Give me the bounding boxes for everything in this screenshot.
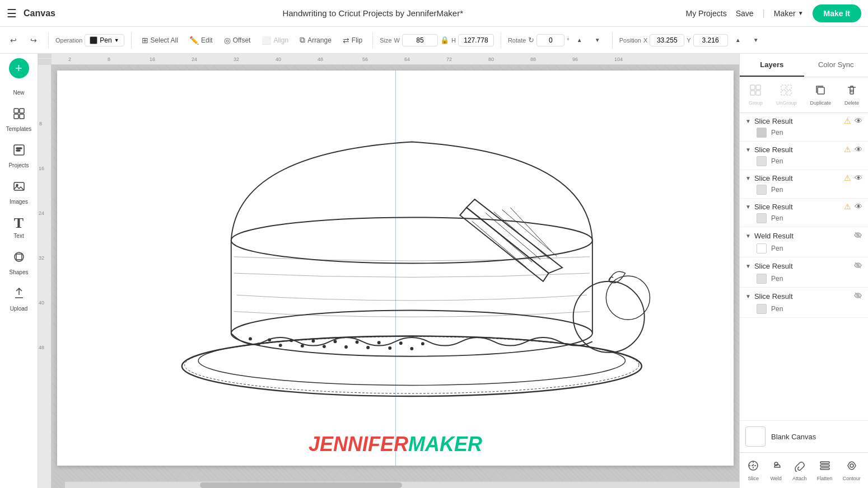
layer-chevron[interactable]: ▼	[745, 147, 751, 153]
tab-color-sync[interactable]: Color Sync	[804, 54, 869, 77]
separator	[48, 32, 49, 48]
layer-item: ▼ Slice Result ⚠ 👁 Pen	[740, 199, 868, 227]
new-label: New	[13, 90, 24, 96]
ungroup-icon	[780, 84, 792, 99]
svg-rect-6	[16, 150, 20, 151]
hamburger-icon[interactable]: ☰	[7, 7, 17, 20]
group-button[interactable]: Group	[745, 82, 766, 108]
operation-label: Operation	[55, 37, 82, 44]
svg-point-27	[344, 345, 348, 349]
width-input[interactable]	[402, 34, 438, 46]
layer-color[interactable]	[757, 156, 767, 166]
layer-chevron[interactable]: ▼	[745, 118, 751, 124]
my-projects-button[interactable]: My Projects	[686, 9, 727, 18]
layer-chevron[interactable]: ▼	[745, 175, 751, 181]
layer-chevron[interactable]: ▼	[745, 293, 751, 299]
height-input[interactable]	[458, 34, 494, 46]
rotate-up-button[interactable]: ▲	[572, 32, 587, 48]
shapes-icon	[12, 250, 26, 267]
weld-button[interactable]: Weld	[767, 457, 786, 484]
make-it-button[interactable]: Make It	[813, 4, 861, 22]
svg-point-23	[301, 344, 304, 348]
main-layout: + New Templates	[0, 54, 868, 488]
eye-icon[interactable]: 👁	[855, 173, 862, 182]
divider: |	[763, 8, 765, 18]
eye-icon[interactable]: 👁	[855, 116, 862, 125]
layer-color[interactable]	[757, 304, 767, 314]
layer-header: ▼ Slice Result ⚠ 👁	[745, 173, 862, 182]
delete-button[interactable]: Delete	[841, 82, 862, 108]
layer-type: Pen	[771, 245, 783, 252]
layer-color[interactable]	[757, 185, 767, 195]
sidebar-item-new[interactable]: New	[2, 85, 36, 100]
lock-icon[interactable]: 🔒	[440, 36, 449, 44]
select-all-button[interactable]: ⊞ Select All	[138, 34, 181, 47]
eye-hidden-icon[interactable]	[853, 291, 862, 302]
sidebar-item-shapes[interactable]: Shapes	[2, 246, 36, 280]
canvas-area[interactable]: 2 8 16 24 32 40 48 56 64 72 80 88 96 104…	[38, 54, 739, 488]
position-label: Position	[619, 37, 641, 44]
new-button[interactable]: +	[9, 58, 29, 78]
layer-item: ▼ Slice Result ⚠ 👁 Pen	[740, 142, 868, 170]
layer-type: Pen	[771, 275, 783, 283]
rotate-down-button[interactable]: ▼	[590, 32, 605, 48]
y-up-button[interactable]: ▲	[730, 32, 746, 48]
sidebar-item-images[interactable]: Images	[2, 175, 36, 209]
duplicate-icon	[814, 84, 827, 99]
sidebar-item-upload[interactable]: Upload	[2, 282, 36, 316]
warning-icon: ⚠	[844, 173, 851, 182]
eye-hidden-icon[interactable]	[853, 261, 862, 271]
y-input[interactable]	[693, 34, 728, 46]
layer-sub: Pen	[745, 243, 862, 254]
flatten-button[interactable]: Flatten	[814, 457, 836, 484]
sidebar-item-templates[interactable]: Templates	[2, 102, 36, 137]
right-tabs: Layers Color Sync	[740, 54, 868, 77]
layer-color[interactable]	[757, 274, 767, 284]
arrange-button[interactable]: ⧉ Arrange	[296, 33, 335, 47]
edit-button[interactable]: ✏️ Edit	[186, 34, 216, 47]
canvas-scrollbar[interactable]	[65, 481, 739, 488]
templates-icon	[12, 107, 26, 124]
contour-label: Contour	[843, 476, 861, 481]
operation-dropdown[interactable]: Pen ▼	[85, 34, 124, 46]
contour-button[interactable]: Contour	[839, 457, 864, 484]
layer-chevron[interactable]: ▼	[745, 233, 751, 239]
maker-selector[interactable]: Maker ▼	[774, 9, 804, 18]
layer-color[interactable]	[757, 213, 767, 223]
offset-button[interactable]: ◎ Offset	[221, 34, 254, 47]
rotate-input[interactable]	[536, 34, 564, 46]
sidebar-item-projects[interactable]: Projects	[2, 139, 36, 173]
layer-item: ▼ Slice Result Pen	[740, 288, 868, 318]
y-down-button[interactable]: ▼	[748, 32, 764, 48]
layer-chevron[interactable]: ▼	[745, 263, 751, 269]
attach-button[interactable]: Attach	[789, 457, 810, 484]
svg-rect-65	[820, 465, 829, 467]
tab-layers[interactable]: Layers	[740, 54, 804, 77]
eye-icon[interactable]: 👁	[855, 202, 862, 211]
flip-button[interactable]: ⇄ Flip	[339, 34, 366, 47]
redo-button[interactable]: ↪	[26, 32, 41, 48]
duplicate-button[interactable]: Duplicate	[806, 82, 834, 108]
svg-rect-2	[14, 114, 18, 119]
x-input[interactable]	[650, 34, 684, 46]
layer-color[interactable]	[757, 128, 767, 138]
layer-chevron[interactable]: ▼	[745, 204, 751, 210]
maker-text: MAKER	[408, 433, 482, 456]
sidebar-item-text[interactable]: T Text	[2, 212, 36, 243]
align-button[interactable]: ⬜ Align	[258, 34, 292, 47]
svg-rect-10	[16, 254, 22, 260]
eye-hidden-icon[interactable]	[853, 231, 862, 241]
group-icon	[749, 84, 762, 99]
jennifer-maker-text: JENNIFER MAKER	[57, 428, 734, 461]
blank-canvas-color[interactable]	[745, 426, 766, 447]
undo-button[interactable]: ↩	[6, 32, 21, 48]
ungroup-button[interactable]: UnGroup	[773, 82, 800, 108]
svg-rect-66	[820, 468, 829, 470]
slice-button[interactable]: Slice	[744, 457, 763, 484]
eye-icon[interactable]: 👁	[855, 145, 862, 154]
svg-point-22	[290, 339, 293, 342]
svg-point-21	[279, 344, 282, 347]
layer-color[interactable]	[757, 243, 767, 254]
layer-icons: ⚠ 👁	[844, 202, 862, 211]
save-button[interactable]: Save	[736, 9, 754, 18]
